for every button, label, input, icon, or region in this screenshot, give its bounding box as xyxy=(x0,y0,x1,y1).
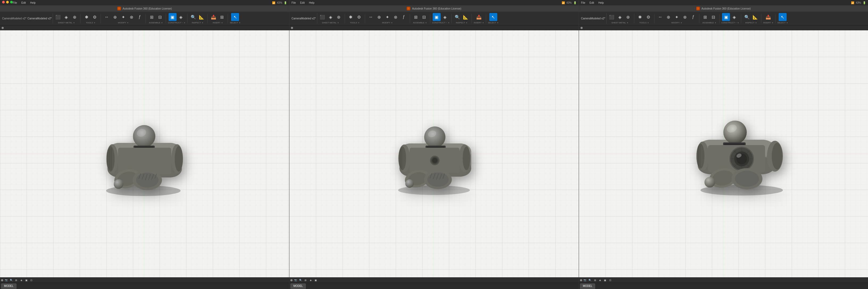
inspect-label-1[interactable]: INSPECT ▼ xyxy=(192,22,204,24)
modify-btn-1[interactable]: ↔ xyxy=(103,13,111,21)
construct-btn-2-1[interactable]: ▣ xyxy=(433,13,441,21)
construct-btn-1[interactable]: ▣ xyxy=(168,13,177,21)
view-btn-1[interactable]: 📷 xyxy=(4,278,8,282)
view-btn-3-4[interactable]: ◈ xyxy=(598,278,602,282)
assemble-btn-2-2[interactable]: ⊟ xyxy=(420,13,428,21)
inspect-btn-2[interactable]: 📐 xyxy=(197,13,206,21)
menu-file-3[interactable]: File xyxy=(581,1,585,4)
inspect-btn-1[interactable]: 🔍 xyxy=(189,13,197,21)
doc-tab-2[interactable]: CameraModeled v2* xyxy=(290,13,317,24)
insert-btn-2[interactable]: ⊞ xyxy=(218,13,226,21)
menu-edit-3[interactable]: Edit xyxy=(590,1,594,4)
modify-btn-3-5[interactable]: ƒ xyxy=(689,13,697,21)
select-btn-2[interactable]: ↖ xyxy=(489,13,497,21)
viewport-1[interactable] xyxy=(0,30,289,277)
nav-tab-model-3[interactable]: MODEL xyxy=(580,283,595,289)
view-dot-3a[interactable] xyxy=(581,27,583,29)
menu-help-1[interactable]: Help xyxy=(30,1,36,4)
view-btn-3-6[interactable]: ⊡ xyxy=(608,278,613,282)
select-label-1[interactable]: SELECT ▼ xyxy=(230,22,240,24)
construct-btn-2-2[interactable]: ◈ xyxy=(441,13,449,21)
viewport-2[interactable] xyxy=(289,30,579,277)
inspect-btn-2-1[interactable]: 🔍 xyxy=(454,13,461,21)
menu-edit-2[interactable]: Edit xyxy=(300,1,305,4)
construct-label-3[interactable]: CONSTRUCT ~ ▼ xyxy=(721,22,739,24)
tools-btn-2[interactable]: ⚙ xyxy=(91,13,99,21)
view-btn-3-1[interactable]: 📷 xyxy=(583,278,587,282)
assemble-btn-3-1[interactable]: ⊞ xyxy=(701,13,709,21)
menu-edit-1[interactable]: Edit xyxy=(21,1,26,4)
modify-label-2[interactable]: MODIFY ▼ xyxy=(382,22,393,24)
view-btn-2-1[interactable]: 📷 xyxy=(293,278,298,282)
assemble-btn-3-2[interactable]: ⊟ xyxy=(710,13,717,21)
view-dot-2a[interactable] xyxy=(291,27,293,29)
menu-file-2[interactable]: File xyxy=(291,1,296,4)
view-btn-2-2[interactable]: 🔍 xyxy=(299,278,303,282)
construct-label-2[interactable]: CONSTRUCT ~ ▼ xyxy=(432,22,450,24)
view-btn-2[interactable]: 🔍 xyxy=(9,278,13,282)
menu-help-3[interactable]: Help xyxy=(598,1,604,4)
insert-btn-1[interactable]: 📥 xyxy=(210,13,218,21)
modify-btn-3-2[interactable]: ⊕ xyxy=(664,13,673,21)
tools-btn-2-2[interactable]: ⚙ xyxy=(355,13,363,21)
select-label-3[interactable]: SELECT ▼ xyxy=(777,22,788,24)
tools-label-1[interactable]: TOOLS ▼ xyxy=(86,22,95,24)
assemble-label-1[interactable]: ASSEMBLE ▼ xyxy=(149,22,163,24)
minimize-button[interactable] xyxy=(6,1,9,3)
maximize-button[interactable] xyxy=(10,1,13,3)
construct-btn-3-2[interactable]: ◈ xyxy=(730,13,738,21)
view-btn-2-3[interactable]: ⊞ xyxy=(303,278,308,282)
sm-btn-3-3[interactable]: ⊕ xyxy=(624,13,632,21)
view-btn-3-3[interactable]: ⊞ xyxy=(593,278,597,282)
modify-btn-3-3[interactable]: ✦ xyxy=(673,13,681,21)
modify-label-1[interactable]: MODIFY ▼ xyxy=(118,22,128,24)
modify-btn-4[interactable]: ⊗ xyxy=(127,13,135,21)
inspect-btn-3-1[interactable]: 🔍 xyxy=(743,13,751,21)
nav-tab-model-1[interactable]: MODEL xyxy=(1,283,17,289)
view-dot-2[interactable] xyxy=(290,279,292,281)
assemble-btn-2[interactable]: ⊟ xyxy=(156,13,164,21)
modify-btn-2[interactable]: ⊕ xyxy=(111,13,119,21)
modify-btn-2-2[interactable]: ⊕ xyxy=(375,13,383,21)
view-btn-6[interactable]: ⊡ xyxy=(29,278,33,282)
menu-file-1[interactable]: File xyxy=(13,1,17,4)
assemble-label-2[interactable]: ASSEMBLE ▼ xyxy=(413,22,427,24)
modify-label-3[interactable]: MODIFY ▼ xyxy=(672,22,682,24)
modify-btn-3-4[interactable]: ⊗ xyxy=(681,13,689,21)
doc-tab-3[interactable]: CameraModeled v2* xyxy=(580,13,607,24)
tools-label-2[interactable]: TOOLS ▼ xyxy=(350,22,360,24)
inspect-btn-3-2[interactable]: 📐 xyxy=(751,13,759,21)
modify-btn-2-5[interactable]: ƒ xyxy=(400,13,408,21)
nav-tab-model-2[interactable]: MODEL xyxy=(290,283,306,289)
viewport-3[interactable] xyxy=(579,30,868,277)
tools-btn-3-2[interactable]: ⚙ xyxy=(644,13,652,21)
view-btn-3[interactable]: ⊞ xyxy=(14,278,18,282)
close-button[interactable] xyxy=(2,1,5,3)
assemble-btn-1[interactable]: ⊞ xyxy=(148,13,156,21)
inspect-label-2[interactable]: INSPECT ▼ xyxy=(456,22,467,24)
inspect-btn-2-2[interactable]: 📐 xyxy=(462,13,470,21)
select-label-2[interactable]: SELECT ▼ xyxy=(488,22,499,24)
view-dot-1[interactable] xyxy=(1,279,3,281)
insert-label-2[interactable]: INSERT ▼ xyxy=(474,22,484,24)
view-btn-4[interactable]: ◈ xyxy=(19,278,23,282)
tools-btn-2-1[interactable]: ✱ xyxy=(347,13,355,21)
view-btn-3-2[interactable]: 🔍 xyxy=(588,278,592,282)
doc-tab-1[interactable]: CameraModeled v2* CameraModeled v2* xyxy=(1,13,53,24)
assemble-label-3[interactable]: ASSEMBLE ▼ xyxy=(702,22,716,24)
view-btn-2-4[interactable]: ◈ xyxy=(308,278,313,282)
sheet-metal-label-2[interactable]: SHEET METAL ▼ xyxy=(322,22,339,24)
modify-btn-2-1[interactable]: ↔ xyxy=(367,13,375,21)
insert-label-1[interactable]: INSERT ▼ xyxy=(213,22,223,24)
menu-help-2[interactable]: Help xyxy=(309,1,315,4)
view-btn-3-5[interactable]: ▣ xyxy=(603,278,608,282)
insert-btn-2-1[interactable]: 📥 xyxy=(475,13,483,21)
view-btn-5[interactable]: ▣ xyxy=(24,278,28,282)
tools-label-3[interactable]: TOOLS ▼ xyxy=(639,22,649,24)
sm-btn-2-3[interactable]: ⊕ xyxy=(335,13,343,21)
sm-btn-2-2[interactable]: ◈ xyxy=(327,13,335,21)
sheet-metal-label-3[interactable]: SHEET METAL ▼ xyxy=(611,22,628,24)
sm-btn-2-1[interactable]: ⬛ xyxy=(318,13,326,21)
sm-btn-3[interactable]: ⊕ xyxy=(70,13,79,21)
tools-btn-3-1[interactable]: ✱ xyxy=(636,13,644,21)
